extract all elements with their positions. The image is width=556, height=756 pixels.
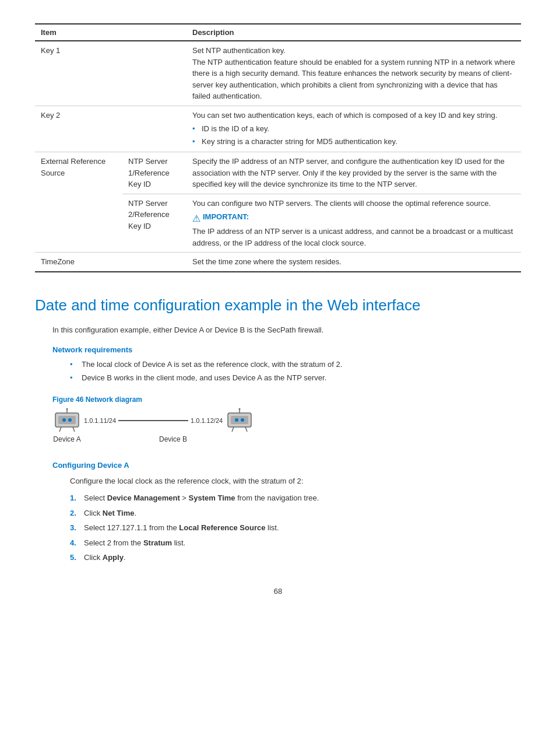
req-bullet-1: The local clock of Device A is set as th… — [70, 359, 521, 370]
figure-heading: Figure 46 Network diagram — [35, 396, 521, 404]
device-a-icon — [52, 408, 82, 433]
device-b-group — [225, 408, 254, 433]
device-a-label: Device A — [52, 435, 82, 443]
svg-point-15 — [239, 408, 241, 410]
sub-timezone — [122, 253, 186, 272]
item-key2: Key 2 — [35, 106, 122, 152]
step-4-num: 4. — [70, 537, 76, 549]
svg-point-12 — [235, 418, 238, 422]
ntp2-line1: You can configure two NTP servers. The c… — [192, 199, 491, 208]
ntp-config-table: Item Description Key 1 Set NTP authentic… — [35, 23, 521, 272]
device-b-label: Device B — [159, 435, 188, 443]
sub-key1 — [122, 41, 186, 106]
diagram-row: 1.0.1.11/24 1.0.1.12/24 — [52, 408, 254, 433]
important-icon: ⚠ — [192, 212, 200, 226]
section-title: Date and time configuration example in t… — [35, 296, 521, 316]
step-1: 1. Select Device Management > System Tim… — [70, 492, 521, 504]
col-header-item: Item — [35, 24, 122, 41]
col-header-sub — [122, 24, 186, 41]
table-row-timezone: TimeZone Set the time zone where the sys… — [35, 253, 521, 272]
device-b-icon — [225, 408, 254, 433]
page-number: 68 — [35, 587, 521, 596]
connection-group: 1.0.1.11/24 1.0.1.12/24 — [84, 417, 223, 424]
step-2-text: Click Net Time. — [84, 509, 136, 517]
key2-bullet-1: ID is the ID of a key. — [192, 123, 515, 135]
svg-line-11 — [245, 427, 247, 432]
key2-desc-line1: You can set two authentication keys, eac… — [192, 111, 497, 120]
step-2: 2. Click Net Time. — [70, 508, 521, 519]
svg-line-2 — [59, 427, 61, 432]
step-3-text: Select 127.127.1.1 from the Local Refere… — [84, 523, 279, 532]
configuring-device-a-heading: Configuring Device A — [52, 461, 521, 470]
step-4-text: Select 2 from the Stratum list. — [84, 538, 185, 547]
table-row-key2: Key 2 You can set two authentication key… — [35, 106, 521, 152]
svg-rect-1 — [58, 416, 76, 424]
desc-ntp-server-1: Specify the IP address of an NTP server,… — [186, 152, 521, 194]
req-bullet-2: Device B works in the client mode, and u… — [70, 372, 521, 384]
step-1-num: 1. — [70, 492, 76, 504]
connector — [118, 420, 188, 421]
device-a-ip-label: 1.0.1.11/24 — [84, 417, 116, 424]
item-timezone: TimeZone — [35, 253, 122, 272]
important-note: ⚠ IMPORTANT: — [192, 211, 515, 226]
ntp2-important-desc: The IP address of an NTP server is a uni… — [192, 227, 513, 247]
network-requirements-heading: Network requirements — [52, 345, 521, 354]
steps-list: 1. Select Device Management > System Tim… — [70, 492, 521, 564]
item-key1: Key 1 — [35, 41, 122, 106]
table-row-ext-ref-1: External Reference Source NTP Server 1/R… — [35, 152, 521, 194]
step-5: 5. Click Apply. — [70, 552, 521, 564]
step-2-num: 2. — [70, 508, 76, 519]
device-a-group — [52, 408, 82, 433]
step-5-num: 5. — [70, 552, 76, 564]
step-5-text: Click Apply. — [84, 553, 126, 562]
item-external-ref: External Reference Source — [35, 152, 122, 253]
device-b-ip-label: 1.0.1.12/24 — [191, 417, 223, 424]
step-1-text: Select Device Management > System Time f… — [84, 494, 319, 502]
step-3-num: 3. — [70, 522, 76, 534]
key1-desc-line1: Set NTP authentication key. — [192, 46, 286, 55]
svg-point-4 — [62, 418, 66, 422]
sub-ntp-server-2: NTP Server 2/Reference Key ID — [122, 194, 186, 253]
key2-bullet-2: Key string is a character string for MD5… — [192, 136, 515, 148]
network-requirements-section: Network requirements The local clock of … — [35, 345, 521, 384]
key1-desc-line2: The NTP authentication feature should be… — [192, 58, 515, 101]
network-diagram: 1.0.1.11/24 1.0.1.12/24 — [35, 408, 521, 443]
col-header-desc: Description — [186, 24, 521, 41]
configuring-intro: Configure the local clock as the referen… — [52, 475, 521, 487]
desc-timezone: Set the time zone where the system resid… — [186, 253, 521, 272]
desc-key2: You can set two authentication keys, eac… — [186, 106, 521, 152]
desc-key1: Set NTP authentication key. The NTP auth… — [186, 41, 521, 106]
svg-point-7 — [66, 408, 68, 410]
svg-point-5 — [68, 418, 72, 422]
svg-rect-9 — [231, 416, 248, 424]
sub-key2 — [122, 106, 186, 152]
configuring-device-a-section: Configuring Device A Configure the local… — [35, 461, 521, 564]
sub-ntp-server-1: NTP Server 1/Reference Key ID — [122, 152, 186, 194]
network-requirements-list: The local clock of Device A is set as th… — [70, 359, 521, 384]
device-labels-row: Device A Device B — [52, 435, 188, 443]
section-intro: In this configuration example, either De… — [35, 324, 521, 336]
svg-line-3 — [73, 427, 75, 432]
step-3: 3. Select 127.127.1.1 from the Local Ref… — [70, 522, 521, 534]
key2-bullet-list: ID is the ID of a key. Key string is a c… — [192, 123, 515, 147]
diagram-inner: 1.0.1.11/24 1.0.1.12/24 — [52, 408, 254, 443]
table-row-key1: Key 1 Set NTP authentication key. The NT… — [35, 41, 521, 106]
svg-point-13 — [241, 418, 244, 422]
important-label: IMPORTANT: — [203, 211, 249, 223]
connection-row: 1.0.1.11/24 1.0.1.12/24 — [84, 417, 223, 424]
desc-ntp-server-2: You can configure two NTP servers. The c… — [186, 194, 521, 253]
svg-line-10 — [232, 427, 234, 432]
step-4: 4. Select 2 from the Stratum list. — [70, 537, 521, 549]
